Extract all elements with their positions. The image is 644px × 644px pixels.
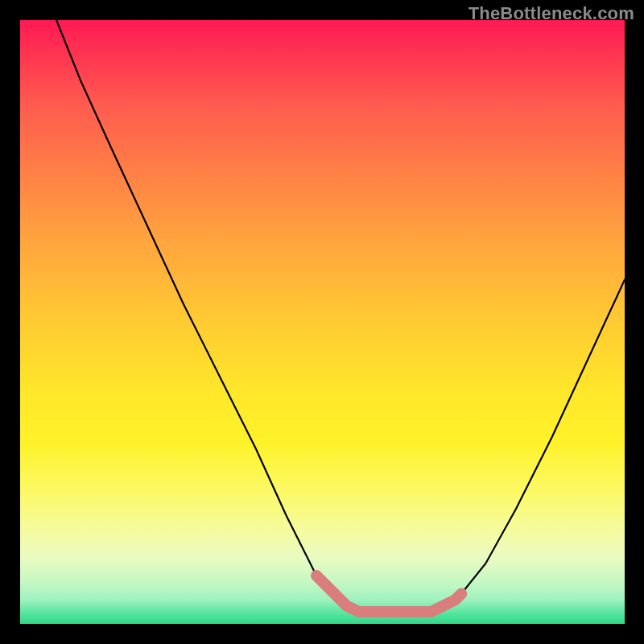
bottleneck-curve [56, 20, 625, 612]
plot-area [20, 20, 625, 624]
curve-svg [20, 20, 625, 624]
chart-container: TheBottleneck.com [0, 0, 644, 644]
minimum-highlight [316, 576, 461, 612]
